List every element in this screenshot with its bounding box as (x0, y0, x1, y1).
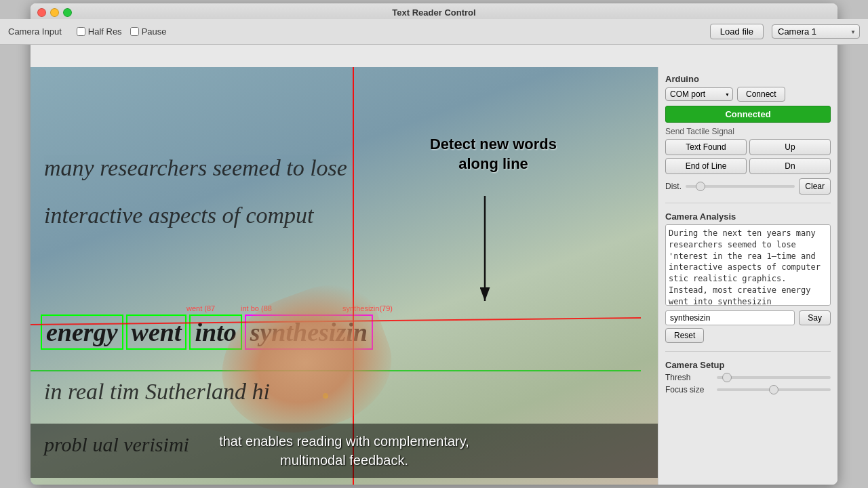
signal-buttons-grid: Text Found Up End of Line Dn (665, 139, 831, 174)
dist-label: Dist. (665, 182, 682, 191)
text-line-6: and (44, 481, 75, 485)
subtitle-overlay: that enables reading with complementary,… (31, 424, 658, 478)
clear-button[interactable]: Clear (799, 178, 831, 195)
dist-slider[interactable] (686, 185, 795, 188)
half-res-checkbox[interactable] (77, 27, 85, 36)
text-line-1: many researchers seemed to lose (44, 155, 347, 181)
arduino-title: Arduino (665, 74, 831, 84)
divider-2 (665, 351, 831, 352)
annotation-container: Detect new wordsalong line (342, 135, 644, 174)
camera-analysis-section: Camera Analysis Say Reset (665, 211, 831, 343)
up-button[interactable]: Up (749, 139, 831, 155)
vertical-crosshair (353, 67, 354, 485)
com-select-wrapper: COM port COM1 COM2 COM3 (665, 87, 733, 101)
minimize-button[interactable] (50, 8, 59, 17)
window-title: Text Reader Control (392, 7, 475, 18)
text-line-2: interactive aspects of comput (44, 203, 314, 228)
reset-button[interactable]: Reset (665, 328, 704, 343)
com-port-select[interactable]: COM port COM1 COM2 COM3 (665, 87, 733, 101)
connect-button[interactable]: Connect (737, 87, 785, 102)
load-file-button[interactable]: Load file (710, 24, 764, 39)
focus-size-label: Focus size (665, 385, 713, 394)
body-area: many researchers seemed to lose interact… (31, 67, 837, 485)
camera-analysis-title: Camera Analysis (665, 211, 831, 222)
dist-row: Dist. Clear (665, 178, 831, 195)
annotation-text: Detect new wordsalong line (342, 135, 644, 174)
say-row: Say (665, 310, 831, 325)
divider-1 (665, 203, 831, 203)
right-panel: Arduino COM port COM1 COM2 COM3 Connect … (658, 67, 837, 485)
toolbar: Camera Input Half Res Pause Load file Ca… (31, 19, 837, 45)
send-tactile-title: Send Tactile Signal (665, 127, 831, 136)
pause-checkbox[interactable] (130, 27, 139, 36)
close-button[interactable] (37, 8, 46, 17)
half-res-label: Half Res (88, 26, 122, 37)
maximize-button[interactable] (63, 8, 72, 17)
text-found-button[interactable]: Text Found (665, 139, 747, 155)
main-window: Text Reader Control Camera Input Half Re… (31, 3, 837, 485)
camera-select[interactable]: Camera 1 Camera 2 (772, 24, 837, 39)
arduino-section: Arduino COM port COM1 COM2 COM3 Connect … (665, 74, 831, 195)
pause-checkbox-wrapper[interactable]: Pause (130, 26, 167, 37)
subtitle-text: that enables reading with complementary,… (44, 432, 644, 470)
half-res-checkbox-wrapper[interactable]: Half Res (77, 26, 122, 37)
pause-label: Pause (142, 26, 167, 37)
camera-setup-title: Camera Setup (665, 360, 831, 370)
dn-button[interactable]: Dn (749, 158, 831, 174)
say-input[interactable] (665, 310, 795, 325)
say-button[interactable]: Say (799, 310, 831, 325)
camera-setup-section: Camera Setup Thresh Focus size (665, 360, 831, 397)
text-line-4: in real tim Sutherland hi (44, 379, 270, 405)
analysis-textarea[interactable] (665, 224, 831, 306)
window-controls (37, 8, 72, 17)
word-box-energy: energy (41, 314, 123, 350)
connected-status: Connected (665, 106, 831, 123)
thresh-row: Thresh (665, 373, 831, 382)
thresh-label: Thresh (665, 373, 713, 382)
camera-select-wrapper: Camera 1 Camera 2 (772, 24, 837, 39)
end-of-line-button[interactable]: End of Line (665, 158, 747, 174)
com-row: COM port COM1 COM2 COM3 Connect (665, 87, 831, 102)
camera-input-label: Camera Input (31, 26, 62, 37)
focus-size-row: Focus size (665, 385, 831, 394)
thresh-slider[interactable] (717, 376, 831, 379)
camera-background (31, 67, 658, 485)
camera-feed: many researchers seemed to lose interact… (31, 67, 658, 485)
focus-size-slider[interactable] (717, 388, 831, 391)
word-box-went: went (126, 314, 187, 350)
